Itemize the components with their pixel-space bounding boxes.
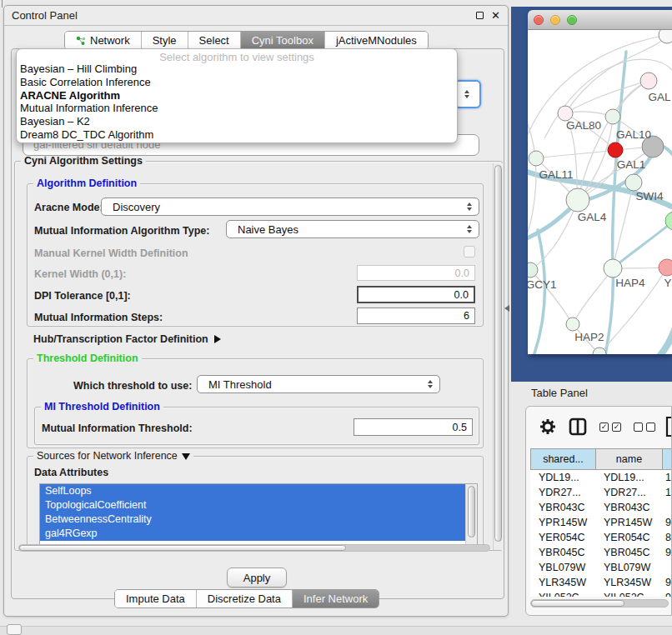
mi-steps-label: Mutual Information Steps: xyxy=(34,312,163,323)
mi-algorithm-type-combo[interactable]: Naive Bayes xyxy=(226,220,479,238)
node-gal-partial[interactable] xyxy=(640,72,657,89)
tab-select[interactable]: Select xyxy=(188,32,241,49)
table-hscrollbar[interactable] xyxy=(530,599,669,608)
screen: Control Panel ✕ Network Style Select Cyn xyxy=(0,0,672,635)
combo-stepper-icon xyxy=(428,380,433,388)
settings-vscrollbar[interactable] xyxy=(493,163,503,550)
deselect-all-checkboxes-icon[interactable] xyxy=(634,422,655,432)
close-icon[interactable]: ✕ xyxy=(491,12,500,20)
close-traffic-light[interactable] xyxy=(534,15,544,25)
kernel-width-field[interactable]: 0.0 xyxy=(357,265,475,281)
table-row[interactable]: YBR043CYBR043C xyxy=(530,500,672,515)
tab-cyni-toolbox[interactable]: Cyni Toolbox xyxy=(241,32,325,49)
attribute-items: SelfLoopsTopologicalCoefficientBetweenne… xyxy=(40,484,465,541)
attribute-item[interactable]: SelfLoops xyxy=(40,484,465,498)
sources-group-title[interactable]: Sources for Network Inference xyxy=(33,450,193,462)
node-hap4[interactable] xyxy=(604,259,622,278)
node-gal1[interactable] xyxy=(608,142,623,158)
settings-hscrollbar[interactable] xyxy=(18,544,490,552)
gear-icon[interactable] xyxy=(538,417,558,437)
node-gal11[interactable] xyxy=(529,151,544,166)
table-rows[interactable]: YDL19...YDL19...13YDR27...YDR27...12YBR0… xyxy=(530,470,672,597)
bottom-panel-strip xyxy=(0,626,672,635)
algorithm-option[interactable]: Bayesian – K2 xyxy=(17,115,457,128)
combo-stepper-icon xyxy=(467,202,472,211)
node-swi4[interactable] xyxy=(625,174,642,191)
threshold-definition-title: Threshold Definition xyxy=(33,352,142,364)
table-row[interactable]: YPR145WYPR145W9. xyxy=(530,515,672,530)
node-label: HAP4 xyxy=(615,277,645,289)
node-y-partial[interactable] xyxy=(659,259,672,276)
algorithm-option[interactable]: Dream8 DC_TDC Algorithm xyxy=(17,128,457,142)
node-gal10[interactable] xyxy=(605,109,620,124)
attribute-item[interactable]: TopologicalCoefficient xyxy=(40,498,465,512)
algorithm-option[interactable]: Mutual Information Inference xyxy=(17,102,457,115)
table-row[interactable]: YER054CYER054C8. xyxy=(530,530,672,545)
tab-network[interactable]: Network xyxy=(65,32,142,49)
algorithm-option[interactable]: Bayesian – Hill Climbing xyxy=(17,62,457,76)
columns-icon[interactable] xyxy=(569,418,587,436)
mi-steps-field[interactable]: 6 xyxy=(357,308,475,324)
which-threshold-label: Which threshold to use: xyxy=(73,380,192,392)
table-row[interactable]: YBR045CYBR045C9. xyxy=(530,545,672,560)
control-panel-titlebar[interactable]: Control Panel ✕ xyxy=(4,6,508,26)
column-header-partial[interactable]: A xyxy=(662,448,672,470)
cyni-algorithm-settings-group: Cyni Algorithm Settings Algorithm Defini… xyxy=(14,161,503,551)
hub-definition-toggle[interactable]: Hub/Transcription Factor Definition xyxy=(33,333,221,345)
column-header-shared-name[interactable]: shared... xyxy=(530,448,596,470)
network-icon xyxy=(76,36,86,46)
mi-threshold-group-title: MI Threshold Definition xyxy=(41,401,163,412)
which-threshold-combo[interactable]: MI Threshold xyxy=(197,375,440,393)
float-window-icon[interactable] xyxy=(476,12,484,19)
control-panel-tabs: Network Style Select Cyni Toolbox jActiv… xyxy=(64,31,429,50)
node-gal4[interactable] xyxy=(566,188,589,212)
mi-threshold-field[interactable]: 0.5 xyxy=(354,418,473,436)
manual-kernel-checkbox[interactable] xyxy=(464,246,475,258)
attribute-item[interactable]: gal4RGexp xyxy=(40,527,465,541)
sources-group: Sources for Network Inference Data Attri… xyxy=(27,456,484,549)
splitter-collapse-arrow[interactable] xyxy=(504,305,509,312)
dpi-tolerance-field[interactable]: 0.0 xyxy=(357,286,475,303)
attribute-item[interactable]: BetweennessCentrality xyxy=(40,512,465,527)
tab-infer-network[interactable]: Infer Network xyxy=(293,590,379,608)
node-label: GAL10 xyxy=(616,128,651,141)
aracne-mode-combo[interactable]: Discovery xyxy=(101,198,479,216)
apply-button[interactable]: Apply xyxy=(227,568,287,588)
data-attributes-list[interactable]: SelfLoopsTopologicalCoefficientBetweenne… xyxy=(39,483,478,545)
attributes-scrollbar[interactable] xyxy=(465,484,477,545)
node-label: GAL1 xyxy=(617,158,646,171)
algorithm-definition-title: Algorithm Definition xyxy=(33,178,140,189)
table-row[interactable]: YDR27...YDR27...12 xyxy=(530,485,672,500)
tab-jactivemnodules[interactable]: jActiveMNodules xyxy=(325,32,428,49)
node-label: GAL80 xyxy=(566,119,601,132)
algorithm-options: Bayesian – Hill ClimbingBasic Correlatio… xyxy=(17,62,457,142)
tab-style[interactable]: Style xyxy=(142,32,188,49)
combo-stepper-icon xyxy=(467,225,472,233)
mi-threshold-label: Mutual Information Threshold: xyxy=(42,422,193,434)
select-all-checkboxes-icon[interactable]: ✓✓ xyxy=(599,422,621,432)
algorithm-option[interactable]: ARACNE Algorithm xyxy=(17,89,457,102)
table-row[interactable]: YDL19...YDL19...13 xyxy=(530,470,672,485)
table-panel-title: Table Panel xyxy=(531,387,588,399)
dpi-tolerance-label: DPI Tolerance [0,1]: xyxy=(34,290,131,302)
table-row[interactable]: YBL079WYBL079W xyxy=(530,560,672,575)
network-window-titlebar[interactable] xyxy=(528,10,672,30)
document-icon[interactable] xyxy=(664,416,672,438)
node-hap2[interactable] xyxy=(566,318,579,331)
algorithm-combo-fragment[interactable] xyxy=(454,80,481,108)
settings-group-title: Cyni Algorithm Settings xyxy=(21,155,146,167)
tab-discretize-data[interactable]: Discretize Data xyxy=(197,590,293,608)
tab-network-label: Network xyxy=(90,34,130,47)
node-label: GAL11 xyxy=(539,168,573,181)
table-row[interactable]: YLR345WYLR345W9. xyxy=(530,575,672,590)
column-header-name[interactable]: name xyxy=(595,448,663,470)
expanded-arrow-icon xyxy=(182,453,190,460)
algorithm-option[interactable]: Basic Correlation Inference xyxy=(17,76,457,89)
zoom-traffic-light[interactable] xyxy=(567,15,577,25)
algorithm-dropdown-hint: Select algorithm to view settings xyxy=(17,49,457,62)
minimize-traffic-light[interactable] xyxy=(550,15,560,25)
table-row[interactable]: YIL052CYIL052C9. xyxy=(530,590,672,597)
bottom-mini-button[interactable] xyxy=(7,624,22,635)
network-canvas[interactable]: GAL GAL80 GAL10 GAL1 GAL11 GAL4 SWI4 GCY… xyxy=(528,30,672,354)
tab-impute-data[interactable]: Impute Data xyxy=(115,590,197,608)
